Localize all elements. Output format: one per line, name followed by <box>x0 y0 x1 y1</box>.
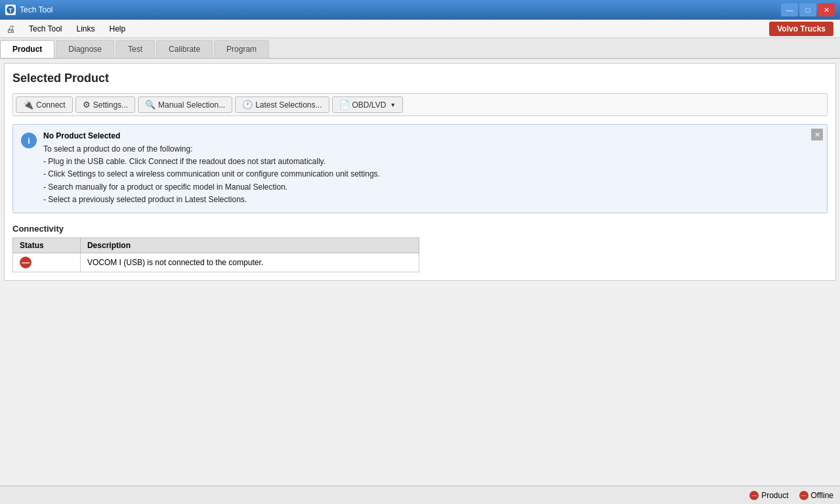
maximize-button[interactable]: □ <box>799 3 816 16</box>
menu-bar: 🖨 Tech Tool Links Help Volvo Trucks <box>0 20 840 38</box>
window-controls: — □ ✕ <box>781 3 835 16</box>
menu-help[interactable]: Help <box>103 22 133 36</box>
tab-program[interactable]: Program <box>214 40 269 58</box>
menu-techtool[interactable]: Tech Tool <box>22 22 68 36</box>
menu-links[interactable]: Links <box>70 22 101 36</box>
printer-icon[interactable]: 🖨 <box>3 22 18 35</box>
svg-text:T: T <box>9 7 12 14</box>
close-button[interactable]: ✕ <box>818 3 835 16</box>
app-icon: T <box>5 5 16 15</box>
window-title: Tech Tool <box>20 5 52 14</box>
col-description: Description <box>80 238 419 253</box>
clock-icon: 🕐 <box>242 100 253 110</box>
document-icon: 📄 <box>339 100 350 110</box>
info-text: To select a product do one of the follow… <box>43 143 819 206</box>
description-cell: VOCOM I (USB) is not connected to the co… <box>80 253 419 272</box>
latest-selections-button[interactable]: 🕐 Latest Selections... <box>235 96 329 113</box>
connect-icon: 🔌 <box>23 100 33 110</box>
info-box: i No Product Selected To select a produc… <box>12 124 828 213</box>
info-content: No Product Selected To select a product … <box>43 131 819 206</box>
connectivity-table: Status Description — VOCOM I (USB) is no… <box>12 238 419 272</box>
settings-button[interactable]: ⚙ Settings... <box>75 96 135 113</box>
info-title: No Product Selected <box>43 131 819 140</box>
toolbar: 🔌 Connect ⚙ Settings... 🔍 Manual Selecti… <box>12 93 828 116</box>
search-icon: 🔍 <box>145 100 156 110</box>
col-status: Status <box>13 238 81 253</box>
info-close-button[interactable]: ✕ <box>811 129 823 140</box>
tab-bar: Product Diagnose Test Calibrate Program <box>0 38 840 59</box>
connectivity-section-title: Connectivity <box>12 224 828 234</box>
tab-calibrate[interactable]: Calibrate <box>156 40 213 58</box>
tab-diagnose[interactable]: Diagnose <box>56 40 114 58</box>
main-panel: Selected Product 🔌 Connect ⚙ Settings...… <box>4 63 836 281</box>
title-bar: T Tech Tool — □ ✕ <box>0 0 840 20</box>
table-row: — VOCOM I (USB) is not connected to the … <box>13 253 419 272</box>
tab-test[interactable]: Test <box>116 40 155 58</box>
status-cell: — <box>13 253 81 272</box>
minimize-button[interactable]: — <box>781 3 798 16</box>
info-icon: i <box>21 133 37 148</box>
page-title: Selected Product <box>12 72 828 85</box>
content-area: Selected Product 🔌 Connect ⚙ Settings...… <box>0 59 840 486</box>
dropdown-arrow-icon: ▼ <box>390 102 396 108</box>
error-icon: — <box>20 257 32 268</box>
connect-button[interactable]: 🔌 Connect <box>16 96 73 113</box>
tab-product[interactable]: Product <box>0 40 54 58</box>
obd-lvd-button[interactable]: 📄 OBD/LVD ▼ <box>332 96 404 113</box>
manual-selection-button[interactable]: 🔍 Manual Selection... <box>138 96 232 113</box>
settings-icon: ⚙ <box>83 100 91 110</box>
volvo-trucks-button[interactable]: Volvo Trucks <box>769 22 833 36</box>
